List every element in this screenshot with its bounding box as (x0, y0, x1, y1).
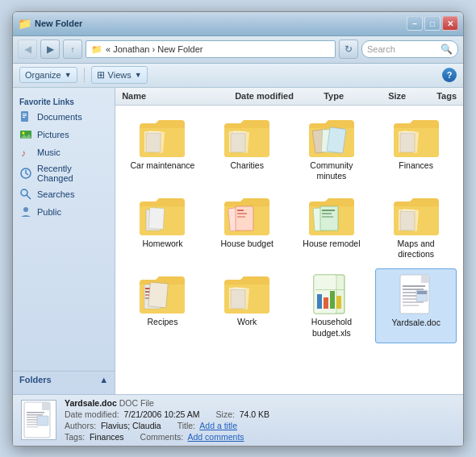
sidebar-item-music[interactable]: ♪ Music (13, 143, 115, 161)
svg-rect-19 (231, 133, 245, 152)
svg-rect-25 (400, 133, 415, 152)
svg-rect-1 (23, 114, 27, 114)
folder-icon (307, 117, 356, 159)
up-button[interactable]: ↑ (63, 39, 82, 59)
status-row-1: Yardsale.doc DOC File (65, 398, 455, 408)
svg-rect-46 (148, 282, 169, 308)
folder-finances[interactable]: Finances (375, 112, 457, 187)
file-label: Yardsale.doc (391, 318, 441, 329)
file-label: Household budget.xls (294, 317, 370, 339)
col-date-header[interactable]: Date modified (228, 91, 317, 101)
status-bar: Yardsale.doc DOC File Date modified: 7/2… (13, 394, 463, 446)
search-field[interactable]: Search 🔍 (361, 40, 458, 58)
file-label: Maps and directions (378, 239, 453, 260)
folder-icon (392, 117, 441, 159)
folder-icon (138, 273, 186, 315)
address-field[interactable]: 📁 « Jonathan › New Folder (86, 40, 336, 58)
window-controls: – □ ✕ (407, 16, 458, 31)
status-tags: Tags: Finances (65, 432, 124, 442)
folders-chevron-icon: ▲ (99, 375, 108, 384)
help-button[interactable]: ? (442, 68, 457, 82)
toolbar-divider (84, 68, 85, 82)
file-yardsale-doc[interactable]: Yardsale.doc (375, 268, 457, 343)
views-label: Views (108, 70, 132, 80)
folder-car-maintenance[interactable]: Car maintenance (122, 112, 203, 187)
folders-label: Folders (19, 375, 52, 384)
col-type-header[interactable]: Type (317, 91, 382, 101)
folder-icon (223, 195, 271, 237)
file-icon (307, 273, 356, 315)
folder-charities[interactable]: Charities (207, 112, 288, 187)
svg-rect-73 (27, 414, 43, 416)
svg-line-12 (27, 195, 31, 199)
svg-rect-66 (403, 305, 419, 306)
status-info: Yardsale.doc DOC File Date modified: 7/2… (65, 398, 455, 442)
file-label: House budget (221, 239, 273, 250)
col-tags-header[interactable]: Tags (430, 91, 463, 101)
svg-rect-16 (146, 133, 161, 152)
back-button[interactable]: ◀ (18, 39, 37, 59)
svg-rect-61 (403, 289, 424, 290)
folder-homework[interactable]: Homework (122, 190, 203, 265)
folder-recipes[interactable]: Recipes (122, 268, 203, 343)
file-label: Homework (142, 239, 182, 250)
svg-rect-68 (417, 291, 427, 294)
folder-house-budget[interactable]: House budget (207, 190, 288, 265)
sidebar-item-pictures[interactable]: Pictures (13, 126, 115, 143)
folder-maps-directions[interactable]: Maps and directions (375, 190, 457, 265)
col-name-header[interactable]: Name (115, 91, 228, 101)
sidebar-item-public[interactable]: Public (13, 203, 115, 221)
folder-work[interactable]: Work (207, 268, 288, 343)
svg-rect-30 (237, 210, 244, 211)
music-icon: ♪ (19, 146, 32, 159)
svg-rect-71 (42, 402, 50, 410)
search-icon: 🔍 (441, 44, 453, 55)
svg-text:♪: ♪ (21, 147, 26, 159)
public-icon (19, 206, 32, 218)
file-label: Charities (230, 160, 263, 172)
svg-rect-40 (400, 211, 415, 231)
forward-button[interactable]: ▶ (40, 39, 60, 59)
minimize-button[interactable]: – (407, 16, 423, 31)
title-bar-left: 📁 New Folder (18, 17, 82, 30)
main-area: Favorite Links Documents Pictures ♪ Musi… (13, 88, 463, 394)
svg-rect-49 (231, 289, 245, 309)
refresh-button[interactable]: ↻ (339, 39, 358, 59)
svg-rect-22 (327, 127, 346, 152)
folder-icon (138, 195, 186, 237)
status-comments: Comments: Add comments (140, 432, 244, 442)
svg-rect-79 (37, 416, 48, 426)
folder-icon (223, 117, 271, 159)
organize-label: Organize (25, 70, 61, 80)
status-filename: Yardsale.doc DOC File (65, 398, 154, 408)
sidebar-item-recently-changed[interactable]: Recently Changed (13, 161, 115, 185)
svg-rect-52 (317, 294, 322, 309)
svg-rect-32 (237, 216, 245, 218)
svg-point-13 (23, 207, 28, 212)
file-household-budget[interactable]: Household budget.xls (291, 268, 373, 343)
sidebar-item-documents[interactable]: Documents (13, 108, 115, 126)
close-button[interactable]: ✕ (442, 16, 458, 31)
search-placeholder: Search (367, 44, 395, 54)
folders-section[interactable]: Folders ▲ (13, 371, 115, 388)
folder-community-minutes[interactable]: Community minutes (291, 112, 373, 187)
status-date: Date modified: 7/21/2006 10:25 AM (65, 409, 200, 419)
recently-changed-icon (19, 167, 32, 180)
folder-house-remodel[interactable]: House remodel (291, 190, 373, 265)
file-label: Recipes (148, 317, 178, 328)
svg-rect-37 (322, 216, 333, 218)
svg-rect-60 (403, 285, 425, 287)
svg-point-11 (21, 189, 27, 196)
recently-changed-label: Recently Changed (37, 164, 108, 183)
svg-rect-3 (23, 117, 25, 118)
views-chevron-icon: ▼ (135, 71, 142, 79)
organize-button[interactable]: Organize ▼ (19, 67, 77, 83)
status-row-4: Tags: Finances Comments: Add comments (65, 432, 455, 442)
maximize-button[interactable]: □ (424, 16, 441, 31)
sidebar-item-searches[interactable]: Searches (13, 185, 115, 203)
sidebar: Favorite Links Documents Pictures ♪ Musi… (13, 88, 115, 394)
svg-rect-0 (21, 111, 28, 122)
col-size-header[interactable]: Size (382, 91, 430, 101)
views-button[interactable]: ⊞ Views ▼ (91, 66, 148, 84)
address-path: « Jonathan › New Folder (106, 44, 203, 54)
